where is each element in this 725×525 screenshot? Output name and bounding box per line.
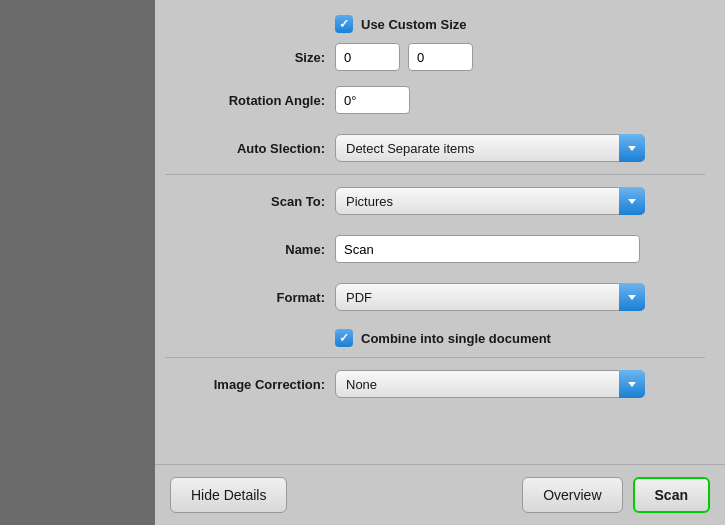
combine-label: Combine into single document [361,331,551,346]
scan-to-label: Scan To: [165,194,335,209]
scan-to-wrapper: Pictures Documents Desktop [335,187,645,215]
scan-to-select[interactable]: Pictures Documents Desktop [335,187,645,215]
scan-to-row: Scan To: Pictures Documents Desktop [165,177,705,225]
bottom-right: Overview Scan [522,477,710,513]
rotation-input[interactable] [335,86,410,114]
format-select[interactable]: PDF JPEG TIFF PNG [335,283,645,311]
name-controls [335,235,705,263]
size-row: Size: [165,38,705,76]
format-label: Format: [165,290,335,305]
name-label: Name: [165,242,335,257]
format-row: Format: PDF JPEG TIFF PNG [165,273,705,321]
name-input[interactable] [335,235,640,263]
auto-selection-row: Auto Slection: Detect Separate items Non… [165,124,705,172]
image-correction-select[interactable]: None Manual [335,370,645,398]
rotation-row: Rotation Angle: [165,76,705,124]
use-custom-size-row: Use Custom Size [165,10,705,38]
rotation-label: Rotation Angle: [165,93,335,108]
format-controls: PDF JPEG TIFF PNG [335,283,705,311]
bottom-bar: Hide Details Overview Scan [155,464,725,525]
use-custom-size-label: Use Custom Size [361,17,466,32]
image-correction-controls: None Manual [335,370,705,398]
auto-selection-label: Auto Slection: [165,141,335,156]
auto-selection-wrapper: Detect Separate items None [335,134,645,162]
rotation-controls [335,86,705,114]
auto-selection-select[interactable]: Detect Separate items None [335,134,645,162]
size-input-1[interactable] [335,43,400,71]
left-panel [0,0,155,525]
form-area: Use Custom Size Size: Rotation Angle: Au… [155,0,725,464]
auto-selection-controls: Detect Separate items None [335,134,705,162]
name-row: Name: [165,225,705,273]
scan-to-controls: Pictures Documents Desktop [335,187,705,215]
image-correction-label: Image Correction: [165,377,335,392]
image-correction-row: Image Correction: None Manual [165,360,705,408]
combine-row: Combine into single document [335,321,705,355]
scan-button[interactable]: Scan [633,477,710,513]
size-label: Size: [165,50,335,65]
size-input-2[interactable] [408,43,473,71]
divider-1 [165,174,705,175]
overview-button[interactable]: Overview [522,477,622,513]
hide-details-button[interactable]: Hide Details [170,477,287,513]
bottom-left: Hide Details [170,477,287,513]
use-custom-size-checkbox[interactable] [335,15,353,33]
combine-checkbox[interactable] [335,329,353,347]
divider-2 [165,357,705,358]
image-correction-wrapper: None Manual [335,370,645,398]
format-wrapper: PDF JPEG TIFF PNG [335,283,645,311]
size-controls [335,43,705,71]
main-content: Use Custom Size Size: Rotation Angle: Au… [155,0,725,525]
